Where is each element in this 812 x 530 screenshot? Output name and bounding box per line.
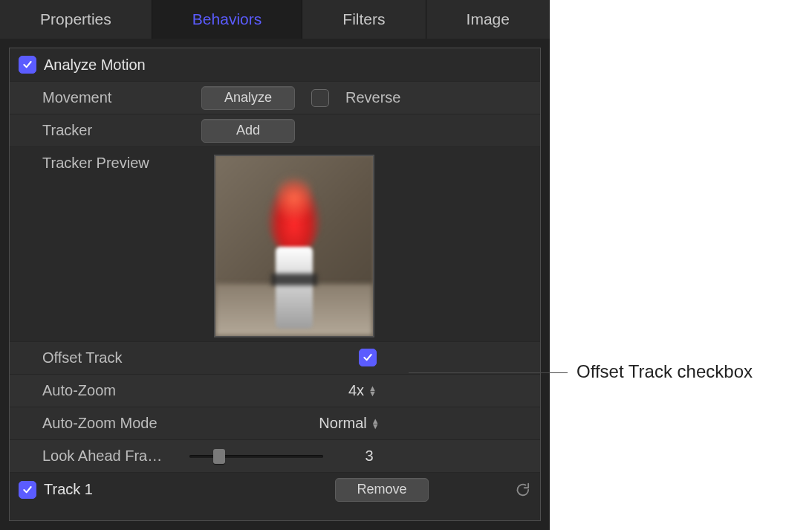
look-ahead-value: 3 (365, 447, 373, 465)
tab-image[interactable]: Image (426, 0, 550, 39)
analyze-button[interactable]: Analyze (201, 86, 295, 110)
auto-zoom-value: 4x (348, 382, 364, 399)
tracker-preview-thumbnail (214, 155, 374, 337)
tab-label: Properties (40, 10, 111, 28)
inspector-panel: Properties Behaviors Filters Image Analy… (0, 0, 550, 530)
offset-track-row: Offset Track (10, 341, 540, 374)
tracker-preview-label: Tracker Preview (42, 155, 149, 172)
track-1-label: Track 1 (44, 481, 93, 498)
offset-track-checkbox[interactable] (359, 349, 377, 366)
track-1-row: Track 1 Remove (10, 472, 540, 506)
behavior-title: Analyze Motion (44, 56, 146, 74)
reverse-label: Reverse (345, 89, 400, 106)
look-ahead-label: Look Ahead Fra… (42, 447, 162, 465)
tab-label: Behaviors (192, 10, 262, 28)
auto-zoom-mode-row: Auto-Zoom Mode Normal ▲▼ (10, 407, 540, 439)
behavior-header-row: Analyze Motion (10, 48, 540, 81)
tracker-row: Tracker Add (10, 114, 540, 146)
look-ahead-slider[interactable] (189, 449, 323, 464)
tab-label: Image (467, 10, 510, 28)
annotation-leader-line (409, 372, 568, 373)
add-tracker-button[interactable]: Add (201, 119, 295, 143)
remove-track-button[interactable]: Remove (335, 478, 429, 502)
look-ahead-row: Look Ahead Fra… 3 (10, 439, 540, 472)
inspector-tabs: Properties Behaviors Filters Image (0, 0, 550, 39)
tab-filters[interactable]: Filters (302, 0, 426, 39)
inspector-body: Analyze Motion Movement Analyze Reverse … (9, 48, 541, 521)
annotation-text: Offset Track checkbox (576, 361, 753, 382)
tab-properties[interactable]: Properties (0, 0, 152, 39)
analyze-motion-enable-checkbox[interactable] (19, 56, 36, 74)
reverse-checkbox[interactable] (311, 89, 329, 107)
reset-icon[interactable] (513, 482, 530, 498)
tracker-preview-row: Tracker Preview (10, 146, 540, 341)
tab-label: Filters (342, 10, 385, 28)
stepper-arrows-icon: ▲▼ (368, 386, 377, 396)
auto-zoom-mode-value: Normal (319, 415, 366, 432)
auto-zoom-row: Auto-Zoom 4x ▲▼ (10, 374, 540, 407)
look-ahead-value-stepper[interactable]: 3 (365, 447, 373, 465)
stepper-arrows-icon: ▲▼ (371, 418, 380, 429)
tab-behaviors[interactable]: Behaviors (152, 0, 302, 39)
tracker-label: Tracker (42, 122, 92, 139)
auto-zoom-mode-popup[interactable]: Normal ▲▼ (319, 415, 379, 432)
offset-track-label: Offset Track (42, 349, 122, 366)
movement-label: Movement (42, 89, 111, 106)
track-1-enable-checkbox[interactable] (19, 481, 36, 499)
auto-zoom-label: Auto-Zoom (42, 382, 116, 399)
movement-row: Movement Analyze Reverse (10, 81, 540, 114)
auto-zoom-mode-label: Auto-Zoom Mode (42, 415, 157, 432)
auto-zoom-stepper[interactable]: 4x ▲▼ (348, 382, 377, 399)
